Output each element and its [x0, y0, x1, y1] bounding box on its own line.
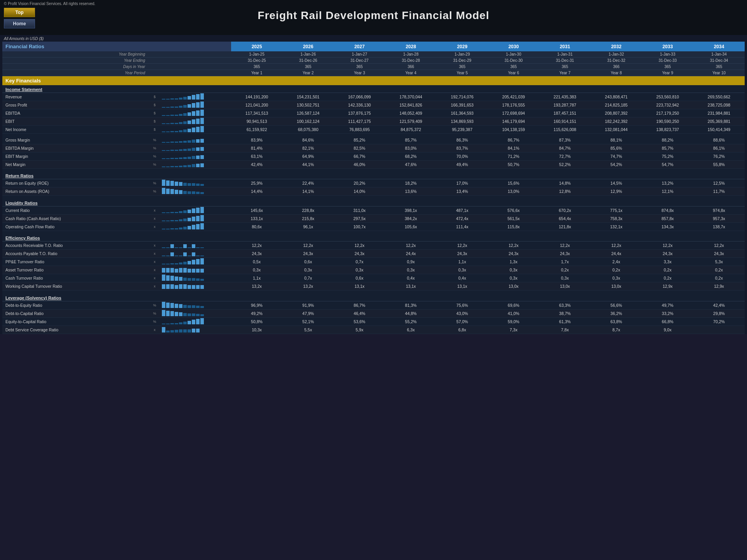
svg-rect-109 [200, 192, 204, 194]
meta-value: 366 [385, 64, 437, 70]
meta-value: 365 [437, 64, 488, 70]
svg-rect-29 [200, 110, 204, 116]
svg-rect-51 [166, 142, 170, 143]
row-unit: x [148, 326, 161, 334]
meta-value: 31-Dec-30 [488, 58, 539, 64]
home-button[interactable]: Home [4, 19, 35, 28]
svg-rect-25 [183, 113, 187, 116]
data-cell: 13,2x [231, 282, 282, 290]
row-label: Debt Service Coverage Ratio [2, 326, 148, 334]
data-cell: 561,5x [488, 214, 539, 222]
data-cell: 88,6% [693, 136, 745, 144]
sparkline-cell [161, 187, 231, 196]
data-cell: 38,7% [539, 309, 591, 317]
svg-rect-131 [166, 229, 170, 229]
data-cell: 11,7% [693, 187, 745, 196]
top-button[interactable]: Top [4, 8, 35, 17]
row-unit: $ [148, 109, 161, 117]
data-row: Debt-to-Capital Ratio%49,2%47,9%46,4%44,… [2, 309, 745, 317]
sparkline-cell [161, 206, 231, 214]
data-cell: 145,6x [231, 206, 282, 214]
svg-rect-110 [162, 212, 165, 213]
data-cell: 13,1x [385, 282, 437, 290]
svg-rect-21 [166, 115, 170, 116]
svg-rect-33 [175, 123, 178, 124]
svg-rect-227 [192, 320, 195, 324]
row-unit: % [148, 317, 161, 326]
svg-rect-198 [196, 285, 200, 289]
data-cell: 24,3x [231, 250, 282, 258]
meta-value: 31-Dec-26 [282, 58, 334, 64]
svg-rect-119 [200, 207, 204, 213]
meta-value: 1-Jan-29 [437, 51, 488, 58]
data-cell: 7,3x [488, 326, 539, 334]
data-row: Cash Turnover Ratiox1,1x0,7x0,6x0,4x0,4x… [2, 274, 745, 282]
data-cell: 90,941,513 [231, 117, 282, 126]
data-cell: 5,5x [282, 326, 334, 334]
svg-rect-175 [183, 268, 187, 273]
financial-ratios-header: Financial Ratios202520262027202820292030… [2, 42, 745, 51]
svg-rect-138 [196, 224, 200, 229]
data-row: Gross Margin%83,9%84,6%85,2%85,7%86,3%86… [2, 136, 745, 144]
row-unit: % [148, 187, 161, 196]
data-cell: 130,502,751 [282, 101, 334, 109]
data-cell: 0,3x [539, 274, 591, 282]
data-row: PP&E Turnover Ratiox0,5x0,6x0,7x0,9x1,1x… [2, 258, 745, 266]
data-cell: 132,1x [591, 222, 642, 231]
svg-rect-108 [196, 192, 200, 194]
svg-rect-66 [188, 149, 191, 151]
svg-rect-93 [175, 182, 178, 186]
data-cell: 12,2x [437, 242, 488, 250]
meta-row: Year Beginning1-Jan-251-Jan-261-Jan-271-… [2, 51, 745, 58]
svg-rect-86 [188, 165, 191, 167]
data-cell: 49,7% [642, 301, 693, 309]
svg-rect-207 [192, 305, 195, 308]
data-cell: 85,7% [385, 136, 437, 144]
data-cell: 104,138,159 [488, 126, 539, 134]
svg-rect-123 [175, 220, 178, 221]
data-cell: 47,9% [282, 309, 334, 317]
svg-rect-39 [200, 118, 204, 124]
svg-rect-142 [170, 244, 174, 248]
svg-rect-125 [183, 219, 187, 221]
meta-value: 1-Jan-30 [488, 51, 539, 58]
year-header: 2028 [385, 42, 437, 51]
row-unit: x [148, 242, 161, 250]
svg-rect-106 [188, 191, 191, 194]
data-cell: 8,7x [591, 326, 642, 334]
svg-rect-224 [179, 322, 182, 324]
svg-rect-149 [200, 247, 204, 248]
svg-rect-87 [192, 164, 195, 167]
data-cell: 24,3x [642, 250, 693, 258]
data-row: Accounts Payable T.O. Ratiox24,3x24,3x24… [2, 250, 745, 258]
data-row: Asset Turnover Ratiox0,3x0,3x0,3x0,3x0,3… [2, 266, 745, 274]
svg-rect-102 [170, 189, 174, 194]
svg-rect-55 [183, 141, 187, 143]
svg-rect-64 [179, 149, 182, 151]
svg-rect-235 [183, 329, 187, 332]
meta-value: 365 [231, 64, 282, 70]
svg-rect-145 [183, 244, 187, 248]
data-cell: 297,5x [334, 214, 385, 222]
data-row: EBITDA Margin%81,4%82,1%82,5%83,0%83,7%8… [2, 144, 745, 152]
data-cell: 3,3x [642, 258, 693, 266]
data-cell: 115,626,008 [539, 126, 591, 134]
svg-rect-206 [188, 305, 191, 308]
row-unit: % [148, 152, 161, 160]
svg-rect-217 [192, 313, 195, 316]
svg-rect-11 [166, 107, 170, 108]
data-cell: 670,2x [539, 206, 591, 214]
data-cell: 12,2x [488, 242, 539, 250]
row-label: Revenue [2, 93, 148, 101]
svg-rect-50 [162, 142, 165, 143]
svg-rect-27 [192, 111, 195, 116]
data-cell: 68,075,380 [282, 126, 334, 134]
svg-rect-63 [175, 150, 178, 151]
svg-rect-22 [170, 115, 174, 116]
svg-rect-140 [162, 247, 165, 248]
svg-rect-1 [166, 99, 170, 100]
svg-rect-88 [196, 164, 200, 167]
svg-rect-223 [175, 323, 178, 324]
svg-rect-166 [188, 261, 191, 264]
data-cell: 1,7x [539, 258, 591, 266]
